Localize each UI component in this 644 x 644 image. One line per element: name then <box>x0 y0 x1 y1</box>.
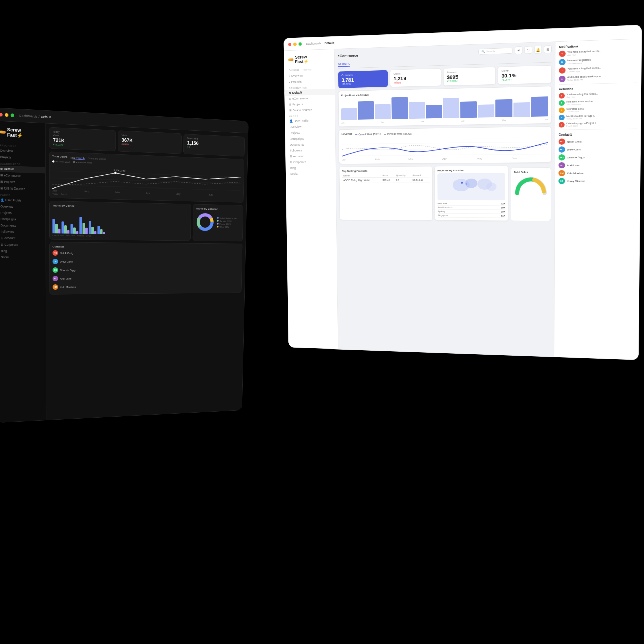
sidebar-item-proj[interactable]: Projects <box>0 209 45 217</box>
products-title: Top Selling Products <box>342 169 430 172</box>
bar-win-1 <box>79 217 82 234</box>
svg-text:Jan: Jan <box>342 158 346 161</box>
proj-bar-2 <box>358 101 374 119</box>
notif-content-2: New user registered 59 minutes ago <box>567 58 591 64</box>
sidebar-item-corporate[interactable]: ⊞ Corporate <box>0 241 46 248</box>
x-jun: Jun <box>545 118 548 120</box>
loc-ny-val: 72K <box>501 202 505 205</box>
minimize-dot[interactable] <box>5 113 8 117</box>
legend-current-week: Current Week $58,211 <box>355 133 381 136</box>
proj-bar-11 <box>514 102 530 117</box>
legend-mx-label: Mexico 30.8% <box>219 223 231 225</box>
breadcrumb: Dashboards / Default <box>19 114 51 119</box>
ld-contact-orlando: OD Orlando Diggs <box>559 154 637 161</box>
clock-icon-btn[interactable]: ⏱ <box>525 46 532 54</box>
ld-name-kate: Kate Morrison <box>567 172 584 175</box>
name-orlando: Orlando Diggs <box>60 269 76 272</box>
loc-sf-val: 39K <box>501 206 505 209</box>
svg-text:Jun: Jun <box>209 193 213 196</box>
logo-accent <box>0 131 6 134</box>
legend-us: United States 38.6% <box>217 217 236 219</box>
ld-breadcrumb: Dashboards / Default <box>306 41 334 45</box>
notif-content-3: You have a bug that needs... 12 hours ag… <box>567 66 601 73</box>
notif-avatar-4: A <box>559 76 566 82</box>
dark-traffic-location: Traffic by Location <box>193 204 243 241</box>
notif-time-2: 59 minutes ago <box>567 62 591 64</box>
legend-other-label: Other 8.1% <box>219 226 229 228</box>
ld-sidebar-followers[interactable]: Followers <box>286 147 336 153</box>
x-mar: Mar <box>421 121 424 123</box>
svg-point-26 <box>465 179 477 188</box>
ld-logo: ScrewFast⚡ <box>284 53 334 69</box>
ld-contact-andi: AL Andi Lane <box>558 162 636 168</box>
svg-line-17 <box>342 154 548 156</box>
sidebar-item-documents[interactable]: Documents <box>0 222 45 229</box>
ld-sidebar-blog[interactable]: Blog <box>286 165 336 171</box>
search-placeholder: Search <box>486 49 495 53</box>
notif-4: A Andi Lane subscribed to you Today, 11:… <box>559 74 638 82</box>
svg-point-29 <box>461 182 463 184</box>
name-drew: Drew Cano <box>60 260 73 263</box>
legend-mx: Mexico 30.8% <box>217 223 236 225</box>
ld-maximize-dot[interactable] <box>298 42 302 46</box>
chart-tab-projects[interactable]: Total Projects <box>70 156 85 160</box>
name-natali: Natali Craig <box>60 251 73 254</box>
bar-other-1 <box>97 226 100 234</box>
notif-1: Y You have a bug that needs... Just now <box>559 48 638 57</box>
chart-tab-status[interactable]: Operating Status <box>88 157 106 160</box>
ld-sidebar-ov[interactable]: Overview <box>285 123 335 130</box>
breadcrumb-sep: / <box>39 115 40 118</box>
act-avatar-3: S <box>559 107 565 113</box>
ld-map-card: Revenue by Location <box>434 166 508 221</box>
bar-chrome-2 <box>55 224 58 233</box>
ld-sidebar-proj[interactable]: Projects <box>285 129 335 136</box>
notifications-title: Notifications <box>559 43 638 49</box>
ld-bottom-row: Top Selling Products Name Price Quantity… <box>339 165 551 221</box>
contact-drew: DC Drew Cano <box>53 259 239 264</box>
ld-avatar-drew: DC <box>559 146 565 153</box>
ld-search[interactable]: 🔍 Search <box>478 48 513 55</box>
bar-android-2 <box>91 227 94 234</box>
maximize-dot[interactable] <box>11 113 14 117</box>
sidebar-item-account[interactable]: ⊞ Account <box>0 235 46 241</box>
bar-group-win <box>79 217 88 234</box>
ld-sidebar-docs[interactable]: Documents <box>285 141 335 147</box>
sidebar-item-followers[interactable]: Followers <box>0 228 45 235</box>
act-content-3: Submitted a bug 12 hours ago <box>566 107 584 113</box>
map-placeholder <box>437 173 505 200</box>
svg-text:Apr: Apr <box>146 192 150 195</box>
sun-icon-btn[interactable]: ☀ <box>515 46 523 54</box>
sidebar-item-campaigns[interactable]: Campaigns <box>0 216 45 223</box>
ld-sidebar-account[interactable]: ⊞ Account <box>286 153 336 159</box>
ld-revenue-chart: Revenue Current Week $58,211 Previous We… <box>339 126 551 164</box>
close-dot[interactable] <box>0 113 3 116</box>
tab-account[interactable]: Account <box>338 62 350 67</box>
ld-stat-customers: Customers 3,781 +11.01% ↑ <box>338 70 388 88</box>
bell-icon-btn[interactable]: 🔔 <box>534 46 542 54</box>
ld-minimize-dot[interactable] <box>293 42 297 46</box>
bar-mac-2 <box>64 225 67 234</box>
avatar-orlando: OD <box>53 267 58 273</box>
legend-current-label: ● Current Week <box>55 160 70 163</box>
sidebar-item-social[interactable]: Social <box>0 254 46 260</box>
ld-close-dot[interactable] <box>288 43 291 46</box>
legend-cw-line <box>355 134 358 135</box>
revenue-chart-area: Jan Feb Mar Apr May Jun <box>342 136 548 161</box>
map-title: Revenue by Location <box>437 169 505 172</box>
sidebar-item-blog[interactable]: Blog <box>0 248 46 254</box>
ld-sidebar-social[interactable]: Social <box>286 170 336 176</box>
loc-ny-name: New York <box>438 202 447 205</box>
ld-products-card: Top Selling Products Name Price Quantity… <box>339 166 433 220</box>
svg-text:May: May <box>477 157 482 160</box>
ld-sidebar-camp[interactable]: Campaigns <box>285 135 335 142</box>
sidebar-item-overview2[interactable]: Overview <box>0 203 45 210</box>
svg-text:Jan: Jan <box>52 189 57 192</box>
ld-logo-text: ScrewFast⚡ <box>295 55 308 64</box>
grid-icon-btn[interactable]: ⊞ <box>544 45 552 53</box>
notif-text-2: New user registered <box>567 58 591 62</box>
ld-avatar-andi: AL <box>558 162 565 169</box>
contacts-panel-title: Contacts <box>559 132 637 136</box>
ld-name-drew: Drew Cano <box>567 148 581 151</box>
ld-sidebar-corporate[interactable]: ⊞ Corporate <box>286 159 336 165</box>
dark-bottom-row: Traffic by Device <box>49 201 243 241</box>
